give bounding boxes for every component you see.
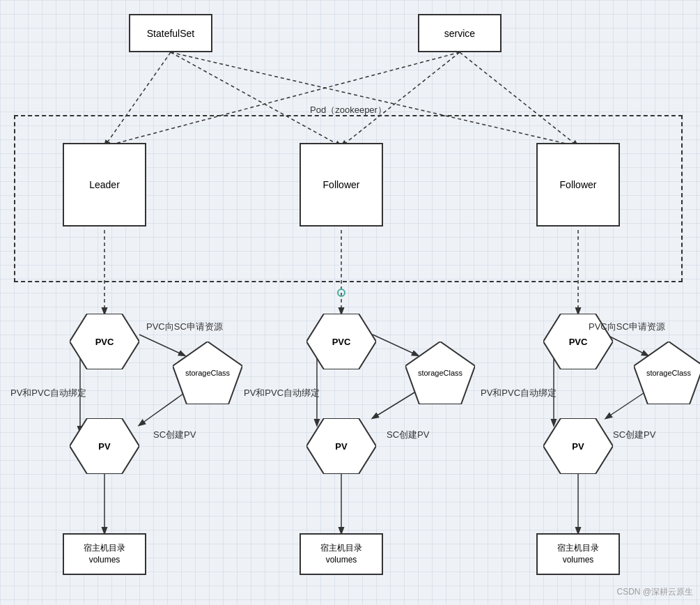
pv3-hexagon: PV <box>543 418 613 474</box>
statefulset-label: StatefulSet <box>147 28 195 39</box>
watermark-label: CSDN @深耕云原生 <box>616 586 693 598</box>
leader-label: Leader <box>89 179 120 190</box>
diagram-canvas: StatefulSet service Pod（zookeeper） Leade… <box>0 0 700 605</box>
host1-label: 宿主机目录volumes <box>84 542 125 566</box>
pvc-sc-request-left-label: PVC向SC申请资源 <box>146 321 223 333</box>
host1-box: 宿主机目录volumes <box>63 533 146 575</box>
sc2-pentagon: storageClass <box>405 342 475 404</box>
pvc-sc-request-right-label: PVC向SC申请资源 <box>589 321 665 333</box>
pv2-label: PV <box>335 441 347 452</box>
pod-container-label: Pod（zookeeper） <box>310 104 387 116</box>
service-box: service <box>418 14 501 52</box>
sc2-label: storageClass <box>418 369 462 377</box>
pv-pvc-bind-left-label: PV和PVC自动绑定 <box>10 387 86 399</box>
host3-box: 宿主机目录volumes <box>536 533 620 575</box>
pv1-label: PV <box>98 441 110 452</box>
sc-create-pv-right-label: SC创建PV <box>613 429 655 441</box>
pvc1-hexagon: PVC <box>70 314 139 369</box>
pv1-hexagon: PV <box>70 418 139 474</box>
sc3-pentagon: storageClass <box>634 342 700 404</box>
svg-point-9 <box>338 289 345 296</box>
follower1-label: Follower <box>323 179 360 190</box>
follower2-label: Follower <box>560 179 597 190</box>
arrows-svg <box>0 0 700 605</box>
host2-label: 宿主机目录volumes <box>320 542 362 566</box>
host2-box: 宿主机目录volumes <box>300 533 383 575</box>
pv-pvc-bind-mid-label: PV和PVC自动绑定 <box>244 387 320 399</box>
pv2-hexagon: PV <box>306 418 376 474</box>
pvc1-label: PVC <box>95 337 114 347</box>
pvc2-label: PVC <box>332 337 351 347</box>
pv3-label: PV <box>572 441 584 452</box>
sc-create-pv-mid-label: SC创建PV <box>387 429 429 441</box>
service-label: service <box>444 28 475 39</box>
pvc2-hexagon: PVC <box>306 314 376 369</box>
follower2-box: Follower <box>536 143 620 227</box>
pvc3-label: PVC <box>569 337 588 347</box>
sc1-pentagon: storageClass <box>173 342 242 404</box>
follower1-box: Follower <box>300 143 383 227</box>
sc3-label: storageClass <box>646 369 691 377</box>
pv-pvc-bind-right-label: PV和PVC自动绑定 <box>481 387 557 399</box>
leader-box: Leader <box>63 143 146 227</box>
sc-create-pv-left-label: SC创建PV <box>153 429 196 441</box>
sc1-label: storageClass <box>185 369 230 377</box>
statefulset-box: StatefulSet <box>129 14 212 52</box>
host3-label: 宿主机目录volumes <box>557 542 599 566</box>
